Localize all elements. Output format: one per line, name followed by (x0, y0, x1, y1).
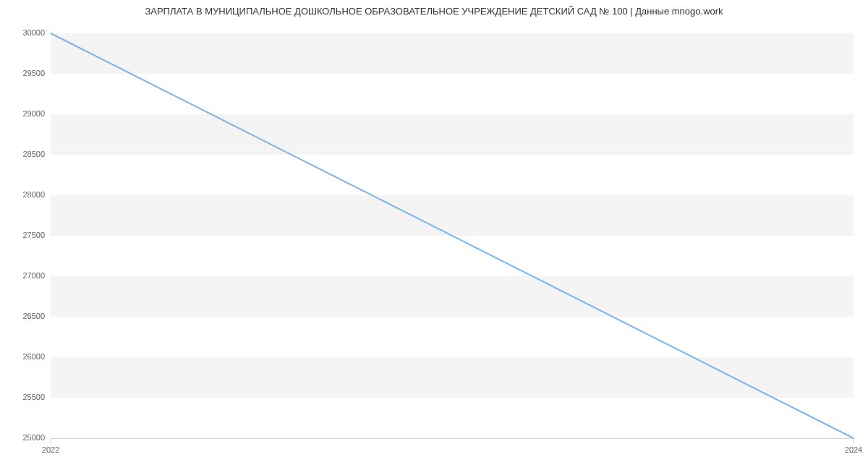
x-tick-label: 2022 (42, 445, 59, 454)
y-tick-label: 25000 (3, 433, 45, 442)
y-tick-label: 25500 (3, 393, 45, 401)
x-tick-label: 2024 (845, 445, 862, 454)
chart-container: ЗАРПЛАТА В МУНИЦИПАЛЬНОЕ ДОШКОЛЬНОЕ ОБРА… (0, 0, 868, 470)
y-tick-label: 28500 (3, 150, 45, 158)
y-tick-label: 28000 (3, 190, 45, 199)
plot-area (51, 33, 854, 438)
chart-title: ЗАРПЛАТА В МУНИЦИПАЛЬНОЕ ДОШКОЛЬНОЕ ОБРА… (0, 6, 868, 17)
y-tick-label: 27500 (3, 231, 45, 239)
y-tick-label: 29500 (3, 69, 45, 77)
line-series (51, 33, 854, 438)
line-series-layer (51, 33, 854, 438)
x-tick-mark (854, 438, 854, 444)
y-tick-label: 30000 (3, 28, 45, 37)
y-tick-label: 26500 (3, 312, 45, 320)
x-tick-mark (51, 438, 51, 444)
y-tick-label: 29000 (3, 109, 45, 118)
y-tick-label: 27000 (3, 271, 45, 280)
y-tick-label: 26000 (3, 352, 45, 361)
